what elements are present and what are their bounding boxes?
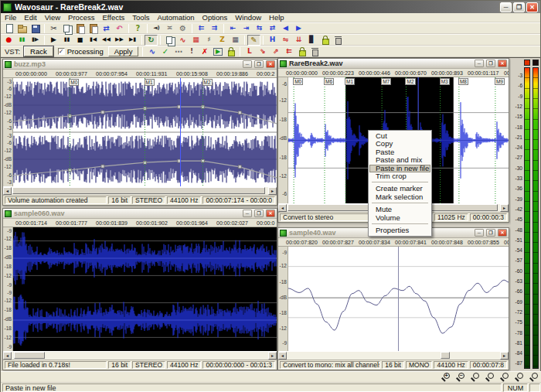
new-file-button[interactable] (2, 23, 15, 34)
scroll-thumb[interactable] (14, 352, 45, 359)
auto-slice-button[interactable]: Z (216, 35, 229, 46)
window-close-icon[interactable] (498, 60, 507, 67)
loop-lock-button[interactable] (295, 46, 308, 57)
context-menu-item-paste-in-new-file[interactable]: Paste in new file (369, 165, 430, 172)
scroll-right-icon[interactable]: ▸ (268, 187, 277, 195)
automation-validate-button[interactable]: ✓ (158, 46, 172, 57)
marker-label[interactable]: M3 (440, 78, 450, 85)
save-button[interactable] (29, 23, 42, 34)
waveform-area[interactable]: M0M1M2 (13, 78, 277, 186)
timeline-ruler[interactable]: 00:00:00:00000:00:00:22300:00:00:44600:0… (278, 69, 509, 77)
menu-file[interactable]: File (1, 13, 20, 22)
play-reverse-button[interactable]: ◀ (279, 23, 292, 34)
scroll-left-icon[interactable]: ◂ (3, 352, 12, 360)
context-menu-item-create-marker[interactable]: Create marker (369, 185, 430, 193)
context-menu-item-mark-selection[interactable]: Mark selection (369, 193, 430, 201)
waveform-area[interactable] (288, 247, 509, 351)
snap-button[interactable]: ≍ (163, 23, 176, 34)
zoom-in-button[interactable]: + (441, 372, 451, 382)
window-close-icon[interactable] (498, 229, 507, 237)
window-minimize-icon[interactable] (475, 60, 484, 67)
horizontal-scrollbar[interactable]: ◂▸ (278, 351, 509, 360)
lock-markers-button[interactable] (318, 35, 332, 46)
volume-button[interactable]: ◄) (150, 23, 163, 34)
auto-marker-button[interactable]: ♯ (202, 35, 216, 46)
context-menu-item-paste[interactable]: Paste (369, 148, 430, 156)
menu-edit[interactable]: Edit (20, 13, 40, 22)
horizontal-scrollbar[interactable]: ◂▸ (3, 186, 277, 195)
pause-button[interactable]: ▮▮ (60, 35, 73, 46)
vst-rack-button[interactable]: Rack (24, 46, 53, 56)
scroll-track[interactable] (12, 187, 268, 195)
play-button[interactable]: ▶ (47, 35, 60, 46)
zoom-selection-button[interactable]: ⇆ (253, 23, 266, 34)
clip-indicator-left[interactable] (524, 60, 530, 66)
zoom-vertical-out-button[interactable] (514, 372, 524, 382)
scroll-track[interactable] (287, 352, 500, 360)
context-menu-item-trim-crop[interactable]: Trim crop (369, 172, 430, 180)
pencil-tool-button[interactable]: ✎ (247, 35, 260, 46)
context-menu-item-paste-and-mix[interactable]: Paste and mix (369, 156, 430, 164)
window-titlebar[interactable]: RareBreak2.wav (278, 59, 509, 69)
import-cue-button[interactable]: ⇋ (279, 35, 292, 46)
marker-label[interactable]: M2 (202, 79, 213, 86)
vst-apply-button[interactable]: Apply (108, 46, 139, 56)
zoom-all-button[interactable] (485, 372, 495, 382)
waveform-area[interactable] (13, 227, 277, 351)
batch-processor-button[interactable]: ▦ (189, 35, 202, 46)
marker-label[interactable]: M1 (345, 78, 355, 85)
automation-play-button[interactable]: ▶ (211, 46, 224, 57)
minimize-icon[interactable] (500, 2, 512, 12)
marker-label[interactable]: M0 (293, 78, 303, 85)
paste-button[interactable] (73, 23, 87, 34)
window-maximize-icon[interactable] (486, 229, 495, 237)
context-menu-item-properties[interactable]: Properties (369, 227, 430, 234)
marker-label[interactable]: M8 (458, 78, 468, 85)
automation-lock-button[interactable] (224, 46, 237, 57)
window-close-icon[interactable] (266, 60, 275, 68)
zoom-out-button[interactable]: − (455, 372, 465, 382)
settings-wrench-button[interactable]: ⚙ (176, 23, 189, 34)
stop-button[interactable]: ■ (73, 35, 87, 46)
close-icon[interactable] (526, 2, 538, 12)
marker-label[interactable]: M9 (495, 78, 505, 85)
window-titlebar[interactable]: sample060.wav (3, 209, 277, 219)
zoom-vertical-in-button[interactable] (499, 372, 509, 382)
automation-curve-button[interactable]: ∿ (145, 46, 158, 57)
window-close-icon[interactable] (266, 210, 275, 217)
play-from-cursor-button[interactable]: ▮▶ (29, 35, 42, 46)
scroll-right-icon[interactable]: ▸ (500, 352, 509, 360)
scroll-left-icon[interactable]: ◂ (3, 187, 12, 195)
loop-trash-button[interactable] (308, 46, 322, 57)
marker-tool-button[interactable]: H (266, 35, 279, 46)
marker-label[interactable]: M0 (69, 79, 79, 86)
menu-automation[interactable]: Automation (154, 13, 199, 22)
timeline-ruler[interactable]: 00:00:01:71400:00:01:77700:00:01:83900:0… (3, 219, 277, 227)
export-cue-button[interactable]: ⇊ (292, 35, 305, 46)
go-to-end-button[interactable]: ▶▮ (126, 35, 139, 46)
scroll-right-icon[interactable]: ▸ (268, 352, 277, 360)
statistics-button[interactable]: ∿ (176, 35, 189, 46)
marker-label[interactable]: M1 (145, 79, 155, 86)
timeline-ruler[interactable]: 00:00:00:00000:00:03:97700:00:07:95400:0… (3, 70, 277, 78)
copy-button[interactable] (60, 23, 73, 34)
context-menu-item-copy[interactable]: Copy (369, 140, 430, 148)
window-maximize-icon[interactable] (486, 60, 495, 67)
scroll-thumb[interactable] (12, 187, 265, 194)
copy-to-new-file-button[interactable] (163, 35, 176, 46)
fast-forward-button[interactable]: ▶▶ (113, 35, 126, 46)
mute-channel-button[interactable]: ▊ (305, 35, 318, 46)
loop-markers-button[interactable]: ⇇ (282, 46, 295, 57)
open-file-button[interactable] (15, 23, 29, 34)
previous-marker-button[interactable]: ⇇ (195, 23, 208, 34)
loop-l-button[interactable]: L (243, 46, 256, 57)
scroll-thumb[interactable] (441, 352, 450, 359)
paste-special-button[interactable] (87, 23, 100, 34)
context-menu-item-cut[interactable]: Cut (369, 132, 430, 140)
play-forward-button[interactable]: ▶ (292, 23, 305, 34)
window-minimize-icon[interactable] (243, 210, 252, 217)
timeline-ruler[interactable]: 00:00:07:82000:00:07:82700:00:07:83400:0… (278, 238, 509, 247)
scroll-track[interactable] (12, 352, 268, 360)
zoom-reset-button[interactable] (529, 372, 539, 382)
kick-creator-button[interactable]: ▦ (229, 35, 242, 46)
